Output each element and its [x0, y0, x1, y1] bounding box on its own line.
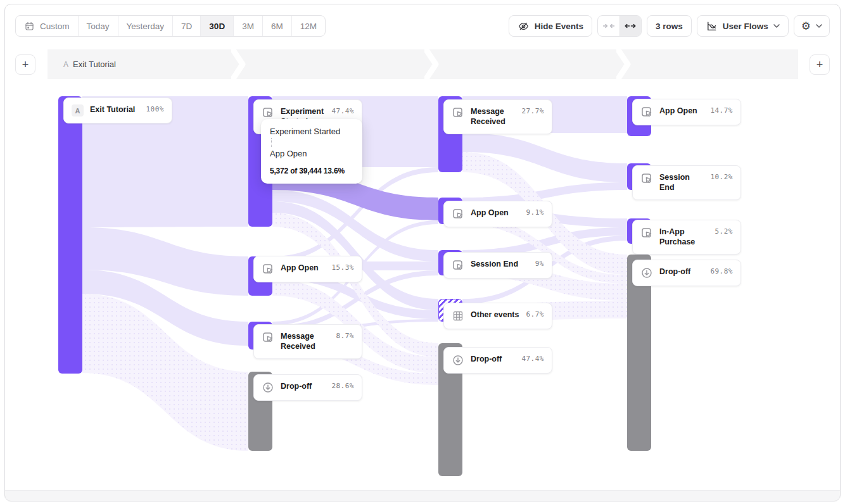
add-step-left-button[interactable]: +: [15, 54, 35, 75]
dropoff-icon: [452, 354, 464, 367]
date-range-7d[interactable]: 7D: [173, 16, 201, 36]
rows-label: 3 rows: [656, 22, 683, 31]
settings-dropdown[interactable]: ⚙: [794, 15, 830, 37]
view-type-dropdown[interactable]: User Flows: [697, 15, 789, 37]
arrows-collapse-icon: [602, 22, 615, 30]
date-range-yesterday[interactable]: Yesterday: [118, 16, 174, 36]
node-percent: 6.7%: [526, 310, 545, 318]
dropoff-icon: [640, 267, 653, 279]
date-range-label: Yesterday: [127, 22, 165, 31]
flow-node-card-other-events[interactable]: Other events6.7%: [443, 303, 552, 329]
tooltip-stats: 5,372 of 39,444 13.6%: [270, 167, 353, 175]
plus-icon: +: [816, 58, 823, 72]
event-icon: [452, 208, 464, 220]
date-range-12m[interactable]: 12M: [292, 16, 325, 36]
node-label: Drop-off: [281, 381, 325, 391]
node-label: App Open: [471, 208, 520, 218]
flow-node-card-app-open[interactable]: App Open15.3%: [253, 256, 362, 282]
date-range-label: 12M: [300, 22, 317, 31]
horizontal-scrollbar-track[interactable]: [5, 490, 840, 501]
flow-node-card-drop-off[interactable]: Drop-off47.4%: [443, 347, 552, 374]
date-range-6m[interactable]: 6M: [263, 16, 292, 36]
step-chevron-separator: [616, 49, 632, 79]
flow-node-card-session-end[interactable]: Session End10.2%: [632, 165, 741, 200]
node-label: Message Received: [281, 331, 330, 352]
node-percent: 15.3%: [331, 263, 354, 272]
node-label: In-App Purchase: [659, 227, 709, 248]
date-range-today[interactable]: Today: [79, 16, 118, 36]
node-percent: 5.2%: [715, 227, 734, 236]
flow-node-card-exit-tutorial[interactable]: AExit Tutorial100%: [63, 98, 172, 123]
step-event-name: Exit Tutorial: [73, 60, 116, 69]
flows-chart-icon: [706, 20, 718, 32]
hide-events-label: Hide Events: [535, 22, 583, 31]
event-icon: [452, 106, 464, 119]
flow-node-card-in-app-purchase[interactable]: In-App Purchase5.2%: [632, 220, 741, 255]
event-icon: [262, 263, 274, 275]
event-icon: [452, 259, 464, 272]
date-range-label: Custom: [40, 22, 70, 31]
date-range-label: 3M: [242, 22, 254, 31]
flow-node-card-drop-off[interactable]: Drop-off69.8%: [632, 260, 741, 286]
date-range-label: 30D: [209, 22, 225, 31]
flow-node-card-app-open[interactable]: App Open9.1%: [443, 201, 552, 227]
event-icon: [640, 106, 653, 118]
event-icon: [262, 106, 274, 119]
hide-events-button[interactable]: Hide Events: [509, 15, 592, 37]
expand-columns-button[interactable]: [619, 16, 641, 36]
step-letter-badge: A: [72, 104, 84, 117]
gear-icon: ⚙: [801, 21, 811, 32]
rows-button[interactable]: 3 rows: [647, 15, 692, 37]
node-percent: 28.6%: [331, 381, 354, 390]
step-a-label[interactable]: A Exit Tutorial: [63, 49, 116, 79]
node-percent: 9%: [535, 259, 544, 268]
flow-node-card-app-open[interactable]: App Open14.7%: [632, 99, 741, 125]
chevron-down-icon: [816, 24, 822, 28]
toolbar-right-cluster: Hide Events 3 rows: [509, 15, 830, 37]
plus-icon: +: [22, 58, 29, 72]
step-chevron-separator: [424, 49, 440, 79]
dropoff-icon: [262, 381, 274, 394]
grid-icon: [452, 310, 464, 322]
tooltip-source-event: Experiment Started: [270, 127, 353, 136]
node-percent: 47.4%: [331, 106, 354, 115]
date-range-custom[interactable]: Custom: [16, 16, 79, 36]
toolbar: CustomTodayYesterday7D30D3M6M12M Hide Ev…: [15, 15, 830, 37]
arrows-expand-icon: [624, 22, 637, 30]
date-range-label: 6M: [271, 22, 283, 31]
node-percent: 27.7%: [521, 106, 544, 115]
step-header-bar: A Exit Tutorial: [48, 49, 798, 79]
node-label: Session End: [471, 259, 529, 269]
node-label: Session End: [659, 172, 704, 193]
flow-node-card-drop-off[interactable]: Drop-off28.6%: [253, 374, 362, 401]
date-range-group: CustomTodayYesterday7D30D3M6M12M: [15, 15, 326, 37]
flow-tooltip: Experiment Started App Open 5,372 of 39,…: [261, 119, 362, 184]
add-step-right-button[interactable]: +: [810, 54, 830, 75]
node-percent: 69.8%: [710, 267, 733, 275]
view-type-label: User Flows: [723, 22, 768, 31]
node-label: Drop-off: [659, 267, 704, 277]
date-range-3m[interactable]: 3M: [234, 16, 263, 36]
date-range-label: 7D: [181, 22, 192, 31]
flow-node-card-session-end[interactable]: Session End9%: [443, 252, 552, 279]
tooltip-target-event: App Open: [270, 149, 353, 158]
eye-off-icon: [518, 20, 530, 32]
collapse-columns-button[interactable]: [598, 16, 619, 36]
flow-node-card-message-received[interactable]: Message Received8.7%: [253, 324, 362, 359]
node-label: Message Received: [471, 106, 515, 127]
node-percent: 9.1%: [526, 208, 545, 217]
node-percent: 10.2%: [710, 172, 733, 181]
tooltip-connector: [271, 138, 272, 147]
step-letter: A: [63, 60, 68, 69]
node-label: App Open: [281, 263, 325, 273]
date-range-30d[interactable]: 30D: [201, 16, 234, 36]
event-icon: [640, 172, 653, 185]
step-chevron-separator: [231, 49, 246, 79]
spacing-toggle-group: [597, 15, 642, 37]
node-percent: 100%: [146, 104, 165, 113]
node-label: Exit Tutorial: [90, 104, 140, 115]
flow-node-bar-exit-tutorial[interactable]: [58, 96, 82, 374]
flow-node-card-message-received[interactable]: Message Received27.7%: [443, 99, 552, 134]
node-label: Other events: [471, 310, 520, 320]
event-icon: [640, 227, 653, 239]
